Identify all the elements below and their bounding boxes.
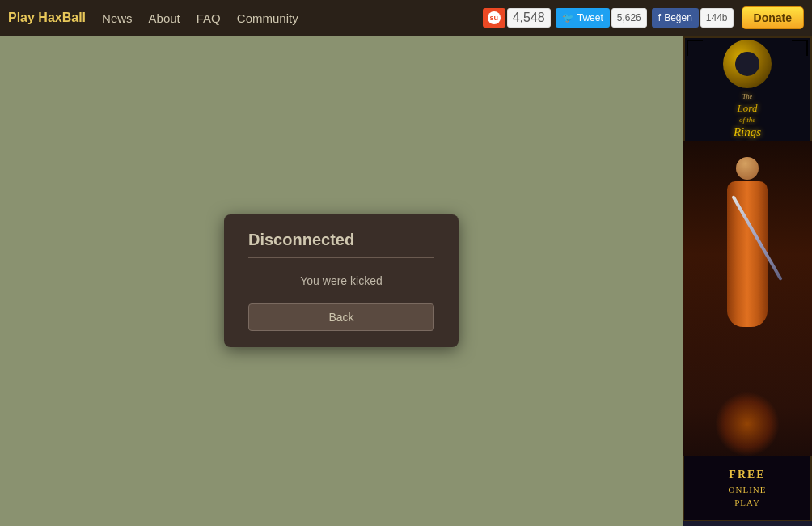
hero-head [736, 157, 759, 180]
game-area: Disconnected You were kicked Back [0, 36, 683, 526]
hero-body [727, 181, 768, 327]
nav-link-news[interactable]: News [102, 11, 133, 25]
lotr-ring [723, 40, 772, 88]
lotr-rings: Rings [683, 125, 812, 141]
lotr-lord: Lord [683, 102, 812, 116]
lotr-ring-inner [735, 52, 759, 76]
nav-right: su 4,548 🐦 Tweet 5,626 f Beğen 144b Dona… [483, 6, 804, 29]
lotr-ad[interactable]: The Lord of the Rings Online FREE [683, 36, 812, 521]
facebook-label: Beğen [664, 12, 692, 23]
tweet-count: 5,626 [611, 8, 647, 28]
corner-tl [687, 40, 703, 56]
dialog-message: You were kicked [248, 274, 434, 287]
main-content: Disconnected You were kicked Back T [0, 36, 812, 526]
donate-button[interactable]: Donate [742, 6, 804, 29]
lotr-cta: FREE ONLINE PLAY [683, 456, 812, 521]
corner-tr [792, 40, 808, 56]
lotr-free-label: FREE [729, 469, 765, 481]
disconnected-dialog: Disconnected You were kicked Back [224, 214, 459, 347]
lotr-of-the: of the [683, 116, 812, 125]
navbar: Play HaxBall News About FAQ Community su… [0, 0, 812, 36]
hero-glow [715, 392, 780, 456]
stumbleupon-button[interactable]: su [483, 8, 505, 28]
twitter-group: 🐦 Tweet 5,626 [556, 8, 647, 28]
lotr-the: The [742, 93, 752, 100]
lotr-ring-outer [723, 40, 772, 88]
nav-links: News About FAQ Community [102, 11, 483, 25]
facebook-button[interactable]: f Beğen [652, 8, 699, 28]
nav-logo[interactable]: Play HaxBall [8, 11, 86, 25]
tweet-bird-icon: 🐦 [562, 12, 574, 23]
lotr-online-label: ONLINE [729, 485, 767, 494]
nav-link-about[interactable]: About [149, 11, 180, 25]
nav-link-faq[interactable]: FAQ [197, 11, 221, 25]
nav-link-community[interactable]: Community [237, 11, 298, 25]
stumbleupon-group: su 4,548 [483, 8, 551, 28]
dialog-title: Disconnected [248, 231, 434, 258]
tweet-button[interactable]: 🐦 Tweet [556, 8, 610, 28]
stumbleupon-count: 4,548 [507, 8, 551, 28]
tweet-label: Tweet [577, 12, 603, 23]
lotr-play-label: PLAY [734, 498, 760, 507]
back-button[interactable]: Back [248, 303, 434, 331]
hero-figure [707, 149, 788, 351]
stumble-icon: su [488, 11, 501, 24]
facebook-icon: f [658, 12, 661, 23]
facebook-group: f Beğen 144b [652, 8, 734, 28]
ad-sidebar: The Lord of the Rings Online FREE [683, 36, 812, 526]
facebook-count: 144b [700, 8, 734, 28]
